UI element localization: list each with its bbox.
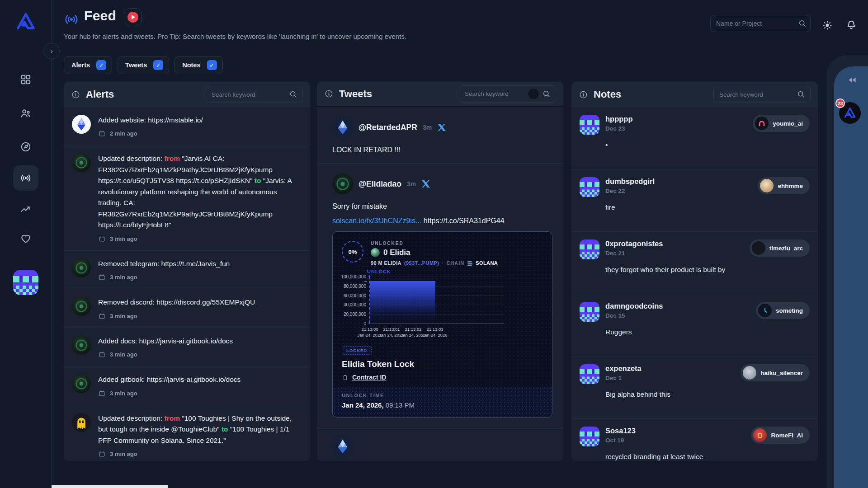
- note-date: Dec 22: [605, 188, 752, 194]
- tweet-handle[interactable]: @RetardedAPR: [359, 123, 417, 132]
- alert-item[interactable]: Updated description: from "Jarvis AI CA:…: [64, 145, 310, 250]
- alert-item[interactable]: Removed telegram: https://t.me/Jarvis_fu…: [64, 251, 310, 289]
- global-search-input[interactable]: [716, 20, 798, 27]
- chart-x-axis: 21:13:00Jan 24, 2026 21:13:01Jan 24, 202…: [369, 326, 512, 342]
- x-logo-icon[interactable]: [437, 123, 446, 132]
- notes-list: hpppppDec 23 youmio_ai • dumbspedgirlDec…: [571, 107, 818, 461]
- note-author: 0xprotagonistes: [605, 239, 744, 248]
- global-search: [710, 15, 811, 32]
- romefi-avatar: [753, 428, 767, 442]
- feed-broadcast-icon[interactable]: [13, 165, 38, 191]
- tweets-checkbox[interactable]: ✓: [153, 60, 163, 70]
- sidebar-expand-button[interactable]: ›: [43, 43, 60, 59]
- calendar-icon: [98, 351, 106, 358]
- filter-notes[interactable]: Notes✓: [175, 56, 222, 74]
- token-name: 0 Elidia: [383, 248, 410, 257]
- project-badge[interactable]: someting: [756, 302, 810, 319]
- tweet-item[interactable]: @RetardedAPR 3m LOCK IN RETARD !!!: [317, 107, 563, 164]
- tweet-item[interactable]: @Elidiadao 3m Sorry for mistake solscan.…: [317, 164, 563, 429]
- info-icon[interactable]: [71, 90, 80, 99]
- play-tour-button[interactable]: [124, 8, 142, 26]
- unlocked-label: UNLOCKED: [371, 241, 498, 246]
- tweets-header: Tweets: [317, 82, 563, 107]
- alerts-column: Alerts Added website: https://mstable.io…: [64, 82, 310, 461]
- note-date: Oct 19: [605, 437, 745, 444]
- haiku-silencer-avatar: [743, 366, 756, 380]
- contract-id-link[interactable]: Contract ID: [342, 374, 543, 381]
- elidiadao-avatar: [332, 174, 353, 194]
- alert-time: 3 min ago: [110, 390, 137, 397]
- tweet-handle[interactable]: @Elidiadao: [359, 179, 401, 189]
- watchlist-heart-icon[interactable]: [15, 228, 37, 249]
- alerts-search-input[interactable]: [212, 91, 286, 98]
- notes-search-input[interactable]: [719, 91, 794, 98]
- tweet-item[interactable]: [317, 429, 563, 457]
- info-icon[interactable]: [324, 89, 334, 99]
- unlock-progress-ring: 0%: [342, 241, 363, 263]
- note-text: they forgot who their product is built b…: [605, 266, 810, 281]
- page-title: Feed: [84, 8, 116, 23]
- x-logo-icon[interactable]: [421, 179, 430, 188]
- alert-item[interactable]: Updated description: from "100 Toughies …: [64, 405, 310, 461]
- alert-item[interactable]: Added gitbook: https://jarvis-ai.gitbook…: [64, 366, 310, 405]
- alert-time: 3 min ago: [110, 351, 137, 358]
- solscan-link[interactable]: solscan.io/tx/3fJhCNZz9is...: [332, 217, 421, 225]
- tweets-title: Tweets: [339, 88, 453, 100]
- tweets-column: Tweets @RetardedAPR 3m LOCK IN RETARD !!…: [317, 82, 563, 461]
- tweets-search-input[interactable]: [465, 90, 525, 97]
- project-badge[interactable]: haiku_silencer: [741, 364, 810, 381]
- note-date: Dec 23: [605, 125, 747, 132]
- alert-item[interactable]: Removed discord: https://discord.gg/55XE…: [64, 289, 310, 328]
- youmio-avatar: [755, 117, 769, 130]
- note-item[interactable]: hpppppDec 23 youmio_ai •: [571, 107, 818, 169]
- note-item[interactable]: 0xprotagonistesDec 21 timezlu_arc they f…: [571, 232, 818, 294]
- info-icon[interactable]: [579, 90, 588, 99]
- alert-item[interactable]: Added website: https://mstable.io/ 2 min…: [64, 107, 310, 145]
- notes-header: Notes: [571, 82, 818, 107]
- project-badge[interactable]: timezlu_arc: [750, 239, 810, 257]
- notifications-bell-icon[interactable]: [845, 19, 857, 31]
- alert-time: 3 min ago: [110, 313, 137, 319]
- alerts-checkbox[interactable]: ✓: [96, 60, 106, 70]
- collapse-panel-rewind-icon[interactable]: [846, 74, 858, 86]
- alert-item[interactable]: Added docs: https://jarvis-ai.gitbook.io…: [64, 328, 310, 366]
- user-avatar[interactable]: [13, 270, 38, 295]
- users-icon[interactable]: [15, 103, 37, 124]
- calendar-icon: [98, 235, 106, 243]
- calendar-icon: [98, 130, 106, 137]
- tweet-time: 3m: [423, 124, 432, 131]
- trending-icon[interactable]: [15, 198, 37, 220]
- right-edge-panel: [834, 66, 868, 488]
- unlock-marker-line: [369, 277, 370, 323]
- project-badge[interactable]: ehhmme: [758, 177, 810, 194]
- note-author: damngoodcoins: [605, 302, 750, 310]
- notes-checkbox[interactable]: ✓: [207, 60, 217, 70]
- notes-title: Notes: [594, 89, 708, 100]
- alert-time: 3 min ago: [110, 274, 137, 281]
- compass-icon[interactable]: [15, 136, 37, 158]
- retardedapr-avatar: [332, 117, 353, 138]
- tweet-text: Sorry for mistake: [332, 202, 552, 211]
- calendar-icon: [98, 389, 106, 397]
- note-item[interactable]: damngoodcoinsDec 15 someting Ruggers: [571, 294, 818, 357]
- theme-toggle-sun-icon[interactable]: [822, 20, 833, 31]
- note-author: Sosa123: [605, 427, 745, 435]
- someting-avatar: [758, 304, 772, 317]
- app-logo-icon[interactable]: [15, 11, 37, 33]
- token-lock-card[interactable]: 0% UNLOCKED 0 Elidia 90 M ELIDIA (953T..…: [332, 231, 552, 418]
- note-text: •: [605, 141, 810, 156]
- project-badge[interactable]: RomeFi_AI: [751, 427, 810, 444]
- filter-tweets[interactable]: Tweets✓: [118, 56, 169, 74]
- notes-search: [713, 86, 811, 103]
- note-item[interactable]: dumbspedgirlDec 22 ehhmme fire: [571, 169, 818, 232]
- token-address-link[interactable]: (953T...PUMP): [404, 260, 439, 266]
- locked-amount-area: [370, 281, 435, 323]
- mstable-avatar: [72, 115, 91, 134]
- note-date: Dec 21: [605, 250, 744, 257]
- note-item[interactable]: Sosa123Oct 19 RomeFi_AI recycled brandin…: [571, 419, 818, 461]
- dashboard-icon[interactable]: [15, 69, 37, 90]
- note-author-avatar: [580, 177, 599, 197]
- filter-alerts[interactable]: Alerts✓: [64, 56, 112, 74]
- note-item[interactable]: expenzetaDec 1 haiku_silencer Big alpha …: [571, 357, 818, 419]
- project-badge[interactable]: youmio_ai: [753, 115, 810, 132]
